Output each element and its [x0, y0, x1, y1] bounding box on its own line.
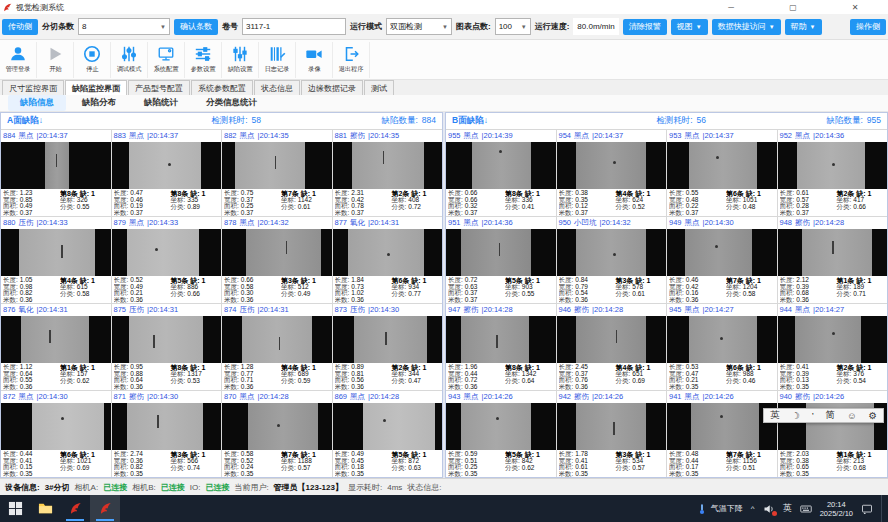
- toolbar-button-exit[interactable]: 退出程序: [333, 42, 370, 78]
- defect-cell[interactable]: 953黑点|20:14:37长度:0.55宽度:0.48面积:0.22米数:0.…: [667, 130, 777, 216]
- defect-cell[interactable]: 952黑点|20:14:36长度:0.61宽度:0.57面积:0.28米数:0.…: [778, 130, 888, 216]
- toolbar-button-monitor[interactable]: 系统配置: [148, 42, 185, 78]
- defect-cell[interactable]: 880压伤|20:14:33长度:1.05宽度:0.98面积:0.82米数:0.…: [1, 217, 111, 303]
- defect-cell[interactable]: 946擦伤|20:14:28长度:2.45宽度:0.37面积:0.76米数:0.…: [557, 304, 667, 390]
- ime-settings-icon[interactable]: ⚙: [869, 410, 878, 421]
- defect-cell[interactable]: 954黑点|20:14:37长度:0.38宽度:0.35面积:0.12米数:0.…: [557, 130, 667, 216]
- defect-cell[interactable]: 944黑点|20:14:27长度:0.41宽度:0.39面积:0.13米数:0.…: [778, 304, 888, 390]
- slit-count-select[interactable]: 8 ▼: [78, 18, 170, 35]
- camera-a-label: 相机A:: [75, 482, 99, 493]
- roll-number-input[interactable]: [242, 18, 346, 35]
- defect-id: 952: [780, 131, 793, 140]
- tray-expand-icon[interactable]: ^: [751, 504, 755, 513]
- defect-cell[interactable]: 951黑点|20:14:36长度:0.72宽度:0.63面积:0.37米数:0.…: [446, 217, 556, 303]
- defect-cell[interactable]: 873压伤|20:14:30长度:0.89宽度:0.81面积:0.56米数:0.…: [333, 304, 443, 390]
- metric-label: 宽度:: [114, 197, 129, 204]
- tab-1[interactable]: 尺寸监控界面: [2, 80, 64, 95]
- view-menu-button[interactable]: 视图▼: [671, 19, 708, 35]
- clock[interactable]: 20:14 2025/2/10: [820, 500, 853, 518]
- tab-2[interactable]: 缺陷监控界面: [65, 80, 127, 95]
- weather-widget[interactable]: 气温下降: [696, 503, 743, 515]
- ime-emoji-icon[interactable]: ☺: [847, 410, 857, 421]
- toolbar-button-sliders[interactable]: 参数设置: [185, 42, 222, 78]
- defect-cell[interactable]: 878黑点|20:14:32长度:0.66宽度:0.58面积:0.30米数:0.…: [222, 217, 332, 303]
- defect-cell[interactable]: 869黑点|20:14:28长度:0.49宽度:0.45面积:0.18米数:0.…: [333, 391, 443, 477]
- quick-access-menu-button[interactable]: 数据快捷访问▼: [712, 19, 781, 35]
- defect-cell[interactable]: 950小凹坑|20:14:32长度:0.84宽度:0.79面积:0.54米数:0…: [557, 217, 667, 303]
- defect-position: 第6条 缺: 1坐标:1021分类:0.69: [60, 451, 109, 477]
- subtab-1[interactable]: 缺陷信息: [8, 95, 66, 111]
- defect-cell[interactable]: 882黑点|20:14:35长度:0.75宽度:0.37面积:0.25米数:0.…: [222, 130, 332, 216]
- coord-row: 坐标:1204: [726, 284, 775, 291]
- chart-points-select[interactable]: 100 ▼: [495, 18, 531, 35]
- toolbar-button-stop[interactable]: 停止: [74, 42, 111, 78]
- language-indicator[interactable]: 英: [783, 502, 792, 515]
- defect-cell-title: 881擦伤|20:14:35: [333, 130, 443, 142]
- close-button[interactable]: ✕: [824, 3, 886, 12]
- ime-keyboard-icon[interactable]: [800, 503, 812, 515]
- defect-cell[interactable]: 877氧化|20:14:31长度:1.84宽度:0.73面积:1.02米数:0.…: [333, 217, 443, 303]
- title-bar: 视觉检测系统 ─ ▢ ✕: [0, 0, 888, 14]
- detection-app-button-1[interactable]: [60, 495, 90, 522]
- tab-6[interactable]: 边缘数据记录: [301, 80, 363, 95]
- subtab-4[interactable]: 分类信息统计: [194, 95, 269, 111]
- toolbar-button-levels[interactable]: 缺陷设置: [222, 42, 259, 78]
- defect-cell[interactable]: 881擦伤|20:14:35长度:2.31宽度:0.42面积:0.78米数:0.…: [333, 130, 443, 216]
- tab-4[interactable]: 系统参数配置: [191, 80, 253, 95]
- defect-cell[interactable]: 941黑点|20:14:26长度:0.48宽度:0.44面积:0.17米数:0.…: [667, 391, 777, 477]
- defect-cell[interactable]: 884黑点|20:14:37长度:1.23宽度:0.85面积:0.49米数:0.…: [1, 130, 111, 216]
- defect-cell[interactable]: 875压伤|20:14:31长度:0.95宽度:0.88面积:0.64米数:0.…: [112, 304, 222, 390]
- subtab-2[interactable]: 缺陷分布: [70, 95, 128, 111]
- defect-cell[interactable]: 947擦伤|20:14:28长度:1.96宽度:0.44面积:0.72米数:0.…: [446, 304, 556, 390]
- drive-side-button[interactable]: 传动侧: [2, 19, 38, 35]
- confirm-slit-button[interactable]: 确认条数: [174, 19, 218, 35]
- detection-app-button-2[interactable]: [90, 495, 120, 522]
- toolbar-button-user[interactable]: 管理登录: [0, 42, 37, 78]
- defect-cell[interactable]: 871擦伤|20:14:30长度:2.74宽度:0.36面积:0.82米数:0.…: [112, 391, 222, 477]
- coord-row: 坐标:886: [170, 284, 219, 291]
- defect-cell[interactable]: 943黑点|20:14:26长度:0.59宽度:0.51面积:0.25米数:0.…: [446, 391, 556, 477]
- minimize-button[interactable]: ─: [700, 3, 762, 12]
- defect-cell[interactable]: 883黑点|20:14:37长度:0.47宽度:0.46面积:0.19米数:0.…: [112, 130, 222, 216]
- show-desktop-button[interactable]: [881, 495, 884, 522]
- toolbar-button-play[interactable]: 开始: [37, 42, 74, 78]
- ime-toolbar[interactable]: 英☽’简☺⚙: [763, 408, 884, 423]
- toolbar-button-tune[interactable]: 调试模式: [111, 42, 148, 78]
- maximize-button[interactable]: ▢: [762, 3, 824, 12]
- defect-cell[interactable]: 945黑点|20:14:27长度:0.53宽度:0.47面积:0.21米数:0.…: [667, 304, 777, 390]
- start-button[interactable]: [0, 495, 30, 522]
- subtab-3[interactable]: 缺陷统计: [132, 95, 190, 111]
- defect-info: 长度:0.46宽度:0.42面积:0.16米数:0.36第7条 缺: 1坐标:1…: [667, 276, 777, 303]
- ime-moon-icon[interactable]: ☽: [791, 410, 800, 421]
- defect-cell[interactable]: 949黑点|20:14:30长度:0.46宽度:0.42面积:0.16米数:0.…: [667, 217, 777, 303]
- ime-punct-icon[interactable]: ’: [812, 410, 814, 421]
- run-mode-select[interactable]: 双面检测 ▼: [386, 18, 452, 35]
- class-label: 分类:: [60, 465, 75, 472]
- defect-cell[interactable]: 942擦伤|20:14:26长度:1.78宽度:0.41面积:0.61米数:0.…: [557, 391, 667, 477]
- defect-cell[interactable]: 870黑点|20:14:28长度:0.58宽度:0.52面积:0.24米数:0.…: [222, 391, 332, 477]
- toolbar-button-log[interactable]: 日志记录: [259, 42, 296, 78]
- defect-cell[interactable]: 955黑点|20:14:39长度:0.66宽度:0.66面积:0.32米数:0.…: [446, 130, 556, 216]
- ime-simplified-mode[interactable]: 简: [826, 409, 836, 422]
- clear-alarm-button[interactable]: 清除报警: [623, 19, 667, 35]
- toolbar-button-camera[interactable]: 录像: [296, 42, 333, 78]
- help-menu-button[interactable]: 帮助▼: [785, 19, 822, 35]
- volume-icon[interactable]: [763, 503, 775, 515]
- defect-cell[interactable]: 874压伤|20:14:31长度:1.28宽度:0.77面积:0.71米数:0.…: [222, 304, 332, 390]
- defect-cell[interactable]: 872黑点|20:14:30长度:0.44宽度:0.41面积:0.15米数:0.…: [1, 391, 111, 477]
- defect-cell[interactable]: 876氧化|20:14:31长度:1.12宽度:0.64面积:0.55米数:0.…: [1, 304, 111, 390]
- metric-label: 面积:: [559, 377, 574, 384]
- defect-cell[interactable]: 940擦伤|20:14:26长度:2.03宽度:0.38面积:0.65米数:0.…: [778, 391, 888, 477]
- operator-side-button[interactable]: 操作侧: [850, 19, 886, 35]
- tab-3[interactable]: 产品型号配置: [128, 80, 190, 95]
- metric-label: 宽度:: [669, 458, 684, 465]
- defect-cell[interactable]: 879黑点|20:14:33长度:0.52宽度:0.49面积:0.21米数:0.…: [112, 217, 222, 303]
- tab-5[interactable]: 状态信息: [254, 80, 300, 95]
- tab-7[interactable]: 测试: [364, 80, 394, 95]
- notification-center-icon[interactable]: [861, 503, 873, 515]
- metric-row: 米数:0.37: [114, 210, 171, 216]
- file-explorer-button[interactable]: [30, 495, 60, 522]
- defect-cell-title: 944黑点|20:14:27: [778, 304, 888, 316]
- defect-cell[interactable]: 948擦伤|20:14:28长度:2.12宽度:0.39面积:0.68米数:0.…: [778, 217, 888, 303]
- ime-lang-mode[interactable]: 英: [770, 409, 780, 422]
